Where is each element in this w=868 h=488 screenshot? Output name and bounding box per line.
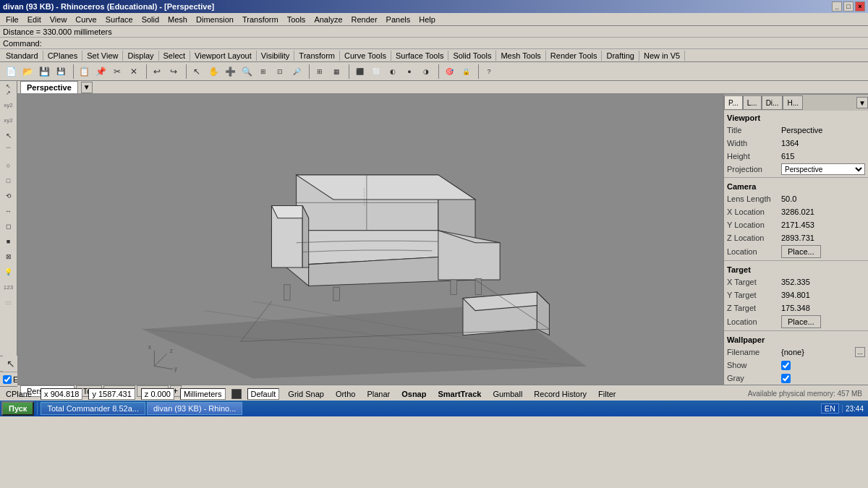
zoom-select-button[interactable]: ⊡ xyxy=(272,64,288,80)
tab-display[interactable]: Display xyxy=(123,51,158,61)
panel-options[interactable]: ▼ xyxy=(856,97,868,108)
pan-button[interactable]: ✋ xyxy=(205,64,221,80)
help-button[interactable]: ? xyxy=(481,64,497,80)
select-button[interactable]: ↖ xyxy=(189,64,205,80)
left-btn-rect[interactable]: □ xyxy=(1,174,16,188)
panel-tab-p[interactable]: P... xyxy=(724,95,743,110)
zoom-window-button[interactable]: 🔎 xyxy=(289,64,305,80)
panel-tab-di[interactable]: Di... xyxy=(762,95,783,110)
tab-transform[interactable]: Transform xyxy=(294,51,340,61)
maximize-button[interactable]: □ xyxy=(843,1,854,12)
grid-button[interactable]: ⊞ xyxy=(312,64,328,80)
paste-button[interactable]: 📌 xyxy=(93,64,109,80)
delete-button[interactable]: ✕ xyxy=(126,64,142,80)
left-btn-render[interactable]: 💡 xyxy=(1,265,16,279)
status-smarttrack[interactable]: SmartTrack xyxy=(435,390,484,398)
save-small-button[interactable]: 💾 xyxy=(53,64,69,80)
start-button[interactable]: Пуск xyxy=(1,401,34,416)
redo-button[interactable]: ↪ xyxy=(166,64,182,80)
panel-tab-l[interactable]: L... xyxy=(743,95,762,110)
menu-curve[interactable]: Curve xyxy=(71,15,101,24)
snap-arrow[interactable]: ↖ xyxy=(3,356,19,372)
status-grid-snap[interactable]: Grid Snap xyxy=(285,390,327,398)
shade2-button[interactable]: ● xyxy=(401,64,417,80)
status-planar[interactable]: Planar xyxy=(364,390,393,398)
left-btn-arrow[interactable]: ↖ xyxy=(1,128,16,142)
menu-file[interactable]: File xyxy=(1,15,23,24)
menu-tools[interactable]: Tools xyxy=(283,15,310,24)
tab-surface-tools[interactable]: Surface Tools xyxy=(391,51,448,61)
undo-button[interactable]: ↩ xyxy=(149,64,165,80)
tab-viewport-layout[interactable]: Viewport Layout xyxy=(190,51,257,61)
left-btn-1[interactable]: ↖↗ xyxy=(1,82,16,97)
left-btn-dimension[interactable]: ↔ xyxy=(1,204,16,218)
save-button[interactable]: 💾 xyxy=(36,64,52,80)
lock-button[interactable]: 🔒 xyxy=(458,64,474,80)
left-btn-surface[interactable]: ◻ xyxy=(1,219,16,234)
status-record-history[interactable]: Record History xyxy=(531,390,590,398)
camera-place-button[interactable]: Place... xyxy=(781,245,821,258)
grid2-button[interactable]: ▦ xyxy=(328,64,344,80)
tab-curve-tools[interactable]: Curve Tools xyxy=(340,51,391,61)
close-button[interactable]: × xyxy=(855,1,865,12)
left-btn-transform[interactable]: ⟲ xyxy=(1,189,16,203)
viewport-dropdown[interactable]: ▼ xyxy=(81,82,93,93)
menu-edit[interactable]: Edit xyxy=(23,15,46,24)
left-btn-dots[interactable]: :::: xyxy=(1,295,16,309)
menu-transform[interactable]: Transform xyxy=(238,15,283,24)
tab-setview[interactable]: Set View xyxy=(82,51,123,61)
copy-button[interactable]: 📋 xyxy=(76,64,92,80)
taskbar-rhino[interactable]: divan (93 KB) - Rhino... xyxy=(147,402,242,415)
left-btn-solid[interactable]: ■ xyxy=(1,234,16,249)
zoom-all-button[interactable]: ⊞ xyxy=(255,64,271,80)
tab-solid-tools[interactable]: Solid Tools xyxy=(448,51,496,61)
menu-help[interactable]: Help xyxy=(414,15,440,24)
left-btn-circle[interactable]: ○ xyxy=(1,158,16,173)
target-place-button[interactable]: Place... xyxy=(781,315,821,328)
wireframe-button[interactable]: ⬜ xyxy=(368,64,384,80)
status-ortho[interactable]: Ortho xyxy=(333,390,359,398)
left-btn-2[interactable]: xy2 xyxy=(1,98,16,112)
menu-view[interactable]: View xyxy=(46,15,72,24)
tab-cplanes[interactable]: CPlanes xyxy=(43,51,83,61)
projection-select[interactable]: Perspective Parallel xyxy=(781,163,865,175)
wallpaper-browse-button[interactable]: ... xyxy=(855,347,865,357)
menu-panels[interactable]: Panels xyxy=(382,15,415,24)
menu-surface[interactable]: Surface xyxy=(101,15,137,24)
tab-new-v5[interactable]: New in V5 xyxy=(639,51,685,61)
open-button[interactable]: 📂 xyxy=(20,64,35,80)
status-filter[interactable]: Filter xyxy=(595,390,618,398)
tab-drafting[interactable]: Drafting xyxy=(602,51,639,61)
wallpaper-gray-check[interactable] xyxy=(781,374,791,383)
left-btn-mesh[interactable]: ⊠ xyxy=(1,249,16,264)
menu-mesh[interactable]: Mesh xyxy=(163,15,192,24)
tab-visibility[interactable]: Visibility xyxy=(257,51,295,61)
cut-button[interactable]: ✂ xyxy=(109,64,125,80)
menu-analyze[interactable]: Analyze xyxy=(310,15,346,24)
tab-perspective[interactable]: Perspective xyxy=(20,81,78,93)
3d-viewport[interactable]: z y x xyxy=(17,95,723,385)
panel-tab-h[interactable]: H... xyxy=(783,95,803,110)
taskbar-total-commander[interactable]: Total Commander 8.52a... xyxy=(41,402,145,415)
minimize-button[interactable]: _ xyxy=(832,1,842,12)
left-btn-3[interactable]: xy2 xyxy=(1,113,16,127)
render-button[interactable]: ⬛ xyxy=(352,64,367,80)
tab-select[interactable]: Select xyxy=(159,51,191,61)
shade3-button[interactable]: ◑ xyxy=(418,64,434,80)
zoom-in-button[interactable]: ➕ xyxy=(222,64,238,80)
status-osnap[interactable]: Osnap xyxy=(399,390,429,398)
tab-render-tools[interactable]: Render Tools xyxy=(546,51,603,61)
status-gumball[interactable]: Gumball xyxy=(490,390,525,398)
left-btn-curve[interactable]: ⌒ xyxy=(1,143,16,158)
tab-standard[interactable]: Standard xyxy=(1,51,43,61)
menu-dimension[interactable]: Dimension xyxy=(192,15,238,24)
tab-mesh-tools[interactable]: Mesh Tools xyxy=(496,51,545,61)
snap-button[interactable]: 🎯 xyxy=(441,64,457,80)
menu-solid[interactable]: Solid xyxy=(137,15,163,24)
menu-render[interactable]: Render xyxy=(347,15,382,24)
left-btn-num[interactable]: 123 xyxy=(1,280,16,294)
new-button[interactable]: 📄 xyxy=(3,64,19,80)
wallpaper-show-check[interactable] xyxy=(781,361,791,370)
zoom-out-button[interactable]: 🔍 xyxy=(239,64,255,80)
shade1-button[interactable]: ◐ xyxy=(385,64,401,80)
